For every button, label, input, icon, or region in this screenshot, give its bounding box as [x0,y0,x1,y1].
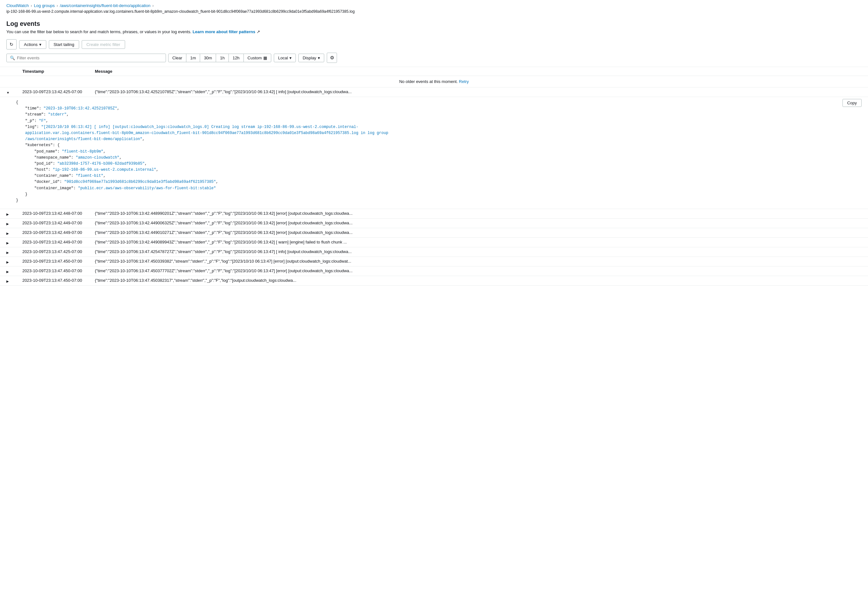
message-cell: {"time":"2023-10-10T06:13:47.450339382",… [89,257,868,266]
clear-button[interactable]: Clear [168,54,186,62]
table-row: ▶ 2023-10-09T23:13:47.425-07:00 {"time":… [0,247,868,257]
breadcrumb-cloudwatch[interactable]: CloudWatch [6,3,29,8]
timestamp-cell: 2023-10-09T23:13:47.425-07:00 [16,247,89,257]
log-stream-path: ip-192-168-86-99.us-west-2.compute.inter… [0,9,868,17]
timestamp-cell: 2023-10-09T23:13:42.449-07:00 [16,219,89,228]
actions-icon: ▾ [39,42,41,47]
refresh-button[interactable]: ↻ [6,39,16,49]
col-timestamp-header: Timestamp [16,67,89,76]
display-label: Display [303,56,316,60]
time-12h-button[interactable]: 12h [229,54,244,62]
breadcrumb-log-group-path[interactable]: /aws/containerinsights/fluent-bit-demo/a… [60,3,150,8]
breadcrumb-sep-3: › [152,3,154,8]
no-events-cell: No older events at this moment. Retry [0,76,868,87]
expanded-detail-cell: Copy { "time": "2023-10-10T06:13:42.4252… [0,97,868,209]
breadcrumb-sep-1: › [31,3,32,8]
calendar-icon: ▦ [263,56,267,60]
page-description: You can use the filter bar below to sear… [6,30,862,34]
expanded-content: Copy { "time": "2023-10-10T06:13:42.4252… [16,97,862,206]
learn-more-icon: ↗ [257,30,260,34]
col-message-header: Message [89,67,868,76]
table-row: ▶ 2023-10-09T23:13:47.450-07:00 {"time":… [0,257,868,266]
timestamp-cell: 2023-10-09T23:13:42.425-07:00 [16,87,89,97]
breadcrumb-log-groups[interactable]: Log groups [34,3,55,8]
retry-link[interactable]: Retry [459,79,469,84]
timestamp-cell: 2023-10-09T23:13:47.450-07:00 [16,276,89,286]
settings-button[interactable]: ⚙ [327,53,337,63]
message-cell: {"time":"2023-10-10T06:13:47.450377702Z"… [89,266,868,276]
log-table: Timestamp Message No older events at thi… [0,67,868,286]
expand-arrow[interactable]: ▶ [6,279,9,283]
breadcrumb: CloudWatch › Log groups › /aws/container… [0,0,868,9]
expand-arrow[interactable]: ▶ [6,260,9,264]
message-cell: {"time":"2023-10-10T06:13:47.425478727Z"… [89,247,868,257]
copy-button[interactable]: Copy [843,99,862,107]
local-dropdown[interactable]: Local ▾ [274,54,296,62]
table-row: ▶ 2023-10-09T23:13:42.449-07:00 {"time":… [0,238,868,247]
expand-arrow[interactable]: ▶ [6,241,9,245]
json-content: { "time": "2023-10-10T06:13:42.425210785… [16,100,862,204]
display-dropdown[interactable]: Display ▾ [298,54,324,62]
page-header: Log events You can use the filter bar be… [0,17,868,36]
time-range-selector: Clear 1m 30m 1h 12h Custom ▦ [168,54,271,62]
col-expand-header [0,67,16,76]
message-cell: {"time":"2023-10-10T06:13:42.449006325Z"… [89,219,868,228]
message-cell: {"time":"2023-10-10T06:13:47.450382317",… [89,276,868,286]
time-30m-button[interactable]: 30m [200,54,216,62]
expand-arrow[interactable]: ▼ [6,91,10,95]
custom-label: Custom [248,56,262,60]
table-row: ▶ 2023-10-09T23:13:47.450-07:00 {"time":… [0,266,868,276]
time-1m-button[interactable]: 1m [186,54,200,62]
expanded-detail-row: Copy { "time": "2023-10-10T06:13:42.4252… [0,97,868,209]
actions-button[interactable]: Actions ▾ [19,40,46,49]
local-label: Local [278,56,288,60]
timestamp-cell: 2023-10-09T23:13:47.450-07:00 [16,266,89,276]
local-dropdown-icon: ▾ [289,56,292,60]
timestamp-cell: 2023-10-09T23:13:42.448-07:00 [16,209,89,219]
start-tailing-button[interactable]: Start tailing [49,40,79,49]
time-custom-button[interactable]: Custom ▦ [244,54,272,62]
expand-arrow[interactable]: ▶ [6,232,9,235]
learn-more-link[interactable]: Learn more about filter patterns [192,30,255,34]
toolbar: ↻ Actions ▾ Start tailing Create metric … [0,36,868,53]
search-input[interactable] [17,56,162,60]
table-row: ▶ 2023-10-09T23:13:42.449-07:00 {"time":… [0,219,868,228]
expand-arrow[interactable]: ▶ [6,222,9,226]
message-cell: {"time":"2023-10-10T06:13:42.449089943Z"… [89,238,868,247]
search-icon: 🔍 [10,56,15,60]
filter-bar: 🔍 Clear 1m 30m 1h 12h Custom ▦ Local ▾ D… [0,53,868,67]
table-row: ▼ 2023-10-09T23:13:42.425-07:00 {"time":… [0,87,868,97]
table-row: ▶ 2023-10-09T23:13:47.450-07:00 {"time":… [0,276,868,286]
filter-input-wrap: 🔍 [6,54,166,62]
breadcrumb-sep-2: › [56,3,58,8]
actions-label: Actions [24,42,38,47]
expand-arrow[interactable]: ▶ [6,251,9,254]
no-events-row: No older events at this moment. Retry [0,76,868,87]
page-title: Log events [6,20,862,27]
expand-col[interactable]: ▼ [0,87,16,97]
message-cell: {"time":"2023-10-10T06:13:42.425210785Z"… [89,87,868,97]
message-cell: {"time":"2023-10-10T06:13:42.448990201Z"… [89,209,868,219]
expand-arrow[interactable]: ▶ [6,270,9,273]
timestamp-cell: 2023-10-09T23:13:47.450-07:00 [16,257,89,266]
table-row: ▶ 2023-10-09T23:13:42.449-07:00 {"time":… [0,228,868,238]
no-events-text: No older events at this moment. [399,79,458,84]
expand-arrow[interactable]: ▶ [6,213,9,216]
display-dropdown-icon: ▾ [318,56,320,60]
create-metric-filter-button[interactable]: Create metric filter [82,40,125,49]
message-cell: {"time":"2023-10-10T06:13:42.449010271Z"… [89,228,868,238]
time-1h-button[interactable]: 1h [216,54,229,62]
table-row: ▶ 2023-10-09T23:13:42.448-07:00 {"time":… [0,209,868,219]
timestamp-cell: 2023-10-09T23:13:42.449-07:00 [16,238,89,247]
timestamp-cell: 2023-10-09T23:13:42.449-07:00 [16,228,89,238]
